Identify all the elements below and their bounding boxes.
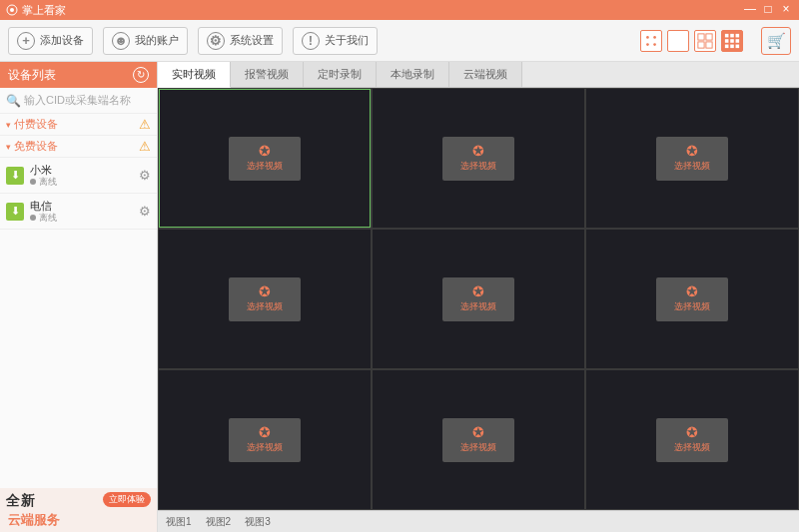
app-title: 掌上看家 bbox=[22, 3, 66, 18]
chevron-down-icon: ▾ bbox=[6, 120, 11, 130]
svg-rect-17 bbox=[730, 44, 734, 48]
tab-realtime[interactable]: 实时视频 bbox=[158, 62, 231, 88]
system-settings-button[interactable]: ⚙系统设置 bbox=[198, 27, 283, 55]
info-icon: ! bbox=[302, 32, 320, 50]
tab-alarm[interactable]: 报警视频 bbox=[231, 62, 304, 87]
my-account-button[interactable]: ☻我的账户 bbox=[103, 27, 188, 55]
camera-icon: ✪ bbox=[686, 144, 698, 158]
sidebar-title: 设备列表 bbox=[8, 67, 56, 84]
view-tabs: 视图1 视图2 视图3 bbox=[158, 510, 799, 532]
svg-rect-14 bbox=[730, 39, 734, 43]
svg-rect-18 bbox=[736, 44, 740, 48]
camera-icon: ✪ bbox=[259, 425, 271, 439]
close-button[interactable]: × bbox=[779, 3, 793, 17]
cart-button[interactable]: 🛒 bbox=[761, 27, 791, 55]
chevron-down-icon: ▾ bbox=[6, 142, 11, 152]
svg-rect-6 bbox=[698, 33, 704, 39]
minimize-button[interactable]: — bbox=[743, 3, 757, 17]
layout-3x3-button[interactable] bbox=[721, 30, 743, 52]
warning-icon: ⚠ bbox=[139, 117, 151, 132]
refresh-icon[interactable] bbox=[133, 67, 149, 83]
svg-point-4 bbox=[646, 43, 649, 46]
camera-icon: ✪ bbox=[686, 284, 698, 298]
svg-point-2 bbox=[646, 36, 649, 39]
view-tab[interactable]: 视图2 bbox=[206, 515, 232, 529]
svg-point-3 bbox=[653, 36, 656, 39]
titlebar: 掌上看家 — □ × bbox=[0, 0, 799, 20]
svg-point-1 bbox=[10, 8, 14, 12]
video-cell[interactable]: ✪选择视频 bbox=[159, 89, 371, 228]
video-cell[interactable]: ✪选择视频 bbox=[586, 89, 798, 228]
about-button[interactable]: !关于我们 bbox=[293, 27, 378, 55]
add-device-button[interactable]: +添加设备 bbox=[8, 27, 93, 55]
category-paid[interactable]: ▾ 付费设备 ⚠ bbox=[0, 114, 157, 136]
view-tab[interactable]: 视图3 bbox=[245, 515, 271, 529]
sidebar-header: 设备列表 bbox=[0, 62, 157, 88]
cart-icon: 🛒 bbox=[767, 32, 786, 50]
svg-rect-8 bbox=[698, 41, 704, 47]
video-cell[interactable]: ✪选择视频 bbox=[373, 89, 584, 228]
tab-local[interactable]: 本地录制 bbox=[377, 62, 449, 87]
device-settings-icon[interactable]: ⚙ bbox=[139, 168, 151, 183]
promo-banner[interactable]: 全新 云端服务 立即体验 bbox=[0, 488, 157, 532]
camera-icon: ✪ bbox=[686, 425, 698, 439]
sidebar: 设备列表 🔍 输入CID或采集端名称 ▾ 付费设备 ⚠ ▾ 免费设备 ⚠ ⬇ 小… bbox=[0, 62, 158, 532]
svg-rect-10 bbox=[725, 33, 729, 37]
device-icon: ⬇ bbox=[6, 167, 24, 185]
camera-icon: ✪ bbox=[472, 284, 484, 298]
layout-2x2-button[interactable] bbox=[694, 30, 716, 52]
svg-rect-7 bbox=[706, 33, 712, 39]
svg-rect-12 bbox=[736, 33, 740, 37]
svg-rect-16 bbox=[725, 44, 729, 48]
video-grid: ✪选择视频 ✪选择视频 ✪选择视频 ✪选择视频 ✪选择视频 ✪选择视频 ✪选择视… bbox=[158, 88, 799, 510]
video-cell[interactable]: ✪选择视频 bbox=[159, 230, 371, 368]
warning-icon: ⚠ bbox=[139, 139, 151, 154]
video-cell[interactable]: ✪选择视频 bbox=[373, 230, 584, 368]
promo-button[interactable]: 立即体验 bbox=[103, 492, 151, 507]
category-free[interactable]: ▾ 免费设备 ⚠ bbox=[0, 136, 157, 158]
toolbar: +添加设备 ☻我的账户 ⚙系统设置 !关于我们 🛒 bbox=[0, 20, 799, 62]
camera-icon: ✪ bbox=[259, 284, 271, 298]
camera-icon: ✪ bbox=[472, 144, 484, 158]
device-item[interactable]: ⬇ 电信离线 ⚙ bbox=[0, 194, 157, 230]
view-tab[interactable]: 视图1 bbox=[166, 515, 192, 529]
content: 实时视频 报警视频 定时录制 本地录制 云端视频 ✪选择视频 ✪选择视频 ✪选择… bbox=[158, 62, 799, 532]
svg-point-5 bbox=[653, 43, 656, 46]
video-cell[interactable]: ✪选择视频 bbox=[373, 370, 584, 509]
tabs: 实时视频 报警视频 定时录制 本地录制 云端视频 bbox=[158, 62, 799, 88]
device-icon: ⬇ bbox=[6, 203, 24, 221]
layout-1-button[interactable] bbox=[667, 30, 689, 52]
plus-icon: + bbox=[17, 32, 35, 50]
device-item[interactable]: ⬇ 小米离线 ⚙ bbox=[0, 158, 157, 194]
video-cell[interactable]: ✪选择视频 bbox=[159, 370, 371, 509]
search-input[interactable]: 🔍 输入CID或采集端名称 bbox=[0, 88, 157, 114]
svg-rect-13 bbox=[725, 39, 729, 43]
device-settings-icon[interactable]: ⚙ bbox=[139, 204, 151, 219]
maximize-button[interactable]: □ bbox=[761, 3, 775, 17]
camera-icon: ✪ bbox=[259, 144, 271, 158]
tab-timed[interactable]: 定时录制 bbox=[304, 62, 377, 87]
tab-cloud[interactable]: 云端视频 bbox=[449, 62, 522, 87]
layout-1x1-button[interactable] bbox=[640, 30, 662, 52]
svg-rect-15 bbox=[736, 39, 740, 43]
camera-icon: ✪ bbox=[472, 425, 484, 439]
svg-rect-11 bbox=[730, 33, 734, 37]
app-icon bbox=[6, 4, 18, 16]
video-cell[interactable]: ✪选择视频 bbox=[586, 230, 798, 368]
gear-icon: ⚙ bbox=[207, 32, 225, 50]
video-cell[interactable]: ✪选择视频 bbox=[586, 370, 798, 509]
svg-rect-9 bbox=[706, 41, 712, 47]
user-icon: ☻ bbox=[112, 32, 130, 50]
search-icon: 🔍 bbox=[6, 94, 21, 108]
